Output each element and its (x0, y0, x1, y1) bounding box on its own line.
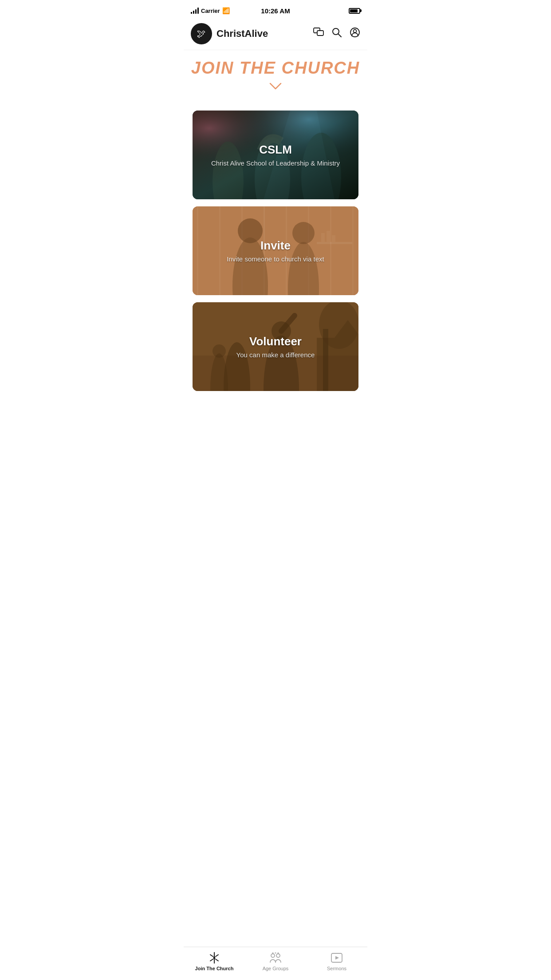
svg-rect-14 (197, 206, 198, 295)
cards-container: CSLM Christ Alive School of Leadership &… (184, 111, 367, 391)
logo-symbol: 🕊 (197, 29, 206, 39)
battery-fill (350, 9, 358, 12)
chevron-down-icon (184, 81, 367, 93)
volunteer-card-content: Volunteer You can make a difference (201, 335, 350, 359)
volunteer-subtitle: You can make a difference (201, 351, 350, 359)
invite-card-content: Invite Invite someone to church via text (201, 239, 350, 263)
svg-line-3 (338, 34, 342, 37)
cslm-title: CSLM (201, 143, 350, 157)
app-header: 🕊 ChristAlive (184, 20, 367, 50)
logo-circle[interactable]: 🕊 (191, 23, 212, 44)
cslm-card[interactable]: CSLM Christ Alive School of Leadership &… (193, 111, 358, 199)
invite-title: Invite (201, 239, 350, 253)
carrier-label: Carrier (201, 8, 220, 14)
time-display: 10:26 AM (261, 7, 290, 15)
wifi-icon: 📶 (222, 7, 230, 14)
cslm-subtitle: Christ Alive School of Leadership & Mini… (201, 159, 350, 167)
profile-icon[interactable] (350, 27, 360, 40)
svg-rect-21 (352, 206, 354, 295)
signal-bar-3 (195, 9, 197, 14)
status-left: Carrier 📶 (191, 7, 230, 14)
main-content: JOIN THE CHURCH (184, 50, 367, 435)
svg-rect-1 (317, 31, 323, 36)
cslm-card-content: CSLM Christ Alive School of Leadership &… (201, 143, 350, 167)
signal-bar-2 (193, 11, 194, 14)
svg-point-37 (210, 353, 228, 391)
app-name: ChristAlive (216, 28, 268, 40)
header-right (313, 27, 360, 40)
page-title: JOIN THE CHURCH (184, 59, 367, 78)
status-bar: Carrier 📶 10:26 AM (184, 0, 367, 20)
header-left: 🕊 ChristAlive (191, 23, 268, 44)
chat-icon[interactable] (313, 28, 324, 40)
invite-subtitle: Invite someone to church via text (201, 255, 350, 263)
battery-icon (349, 8, 360, 14)
volunteer-card[interactable]: Volunteer You can make a difference (193, 302, 358, 391)
signal-bar-4 (197, 8, 199, 14)
signal-bars (191, 8, 199, 14)
page-title-section: JOIN THE CHURCH (184, 50, 367, 111)
volunteer-title: Volunteer (201, 335, 350, 348)
svg-point-5 (354, 30, 357, 33)
battery-indicator (349, 8, 360, 14)
signal-bar-1 (191, 12, 192, 14)
search-icon[interactable] (332, 28, 342, 40)
invite-card[interactable]: Invite Invite someone to church via text (193, 206, 358, 295)
